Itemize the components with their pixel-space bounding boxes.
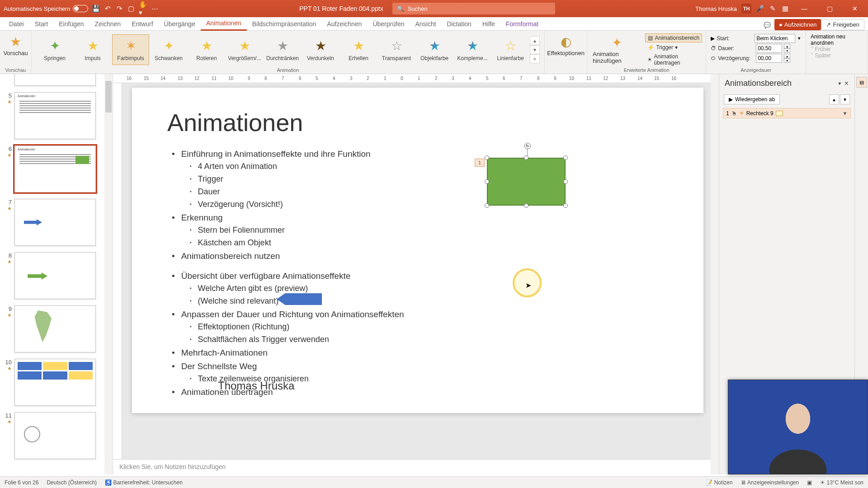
display-settings[interactable]: 🖥 Anzeigeeinstellungen: [741, 479, 799, 486]
save-icon[interactable]: 💾: [92, 5, 100, 13]
undo-icon[interactable]: ↶: [104, 5, 112, 13]
sel-handle[interactable]: [524, 155, 528, 160]
animation-painter-button[interactable]: ✶ Animation übertragen: [645, 52, 702, 67]
duration-spinner[interactable]: ▲▼: [784, 44, 790, 53]
slide-thumbnails[interactable]: 5★Animationen 6★Animationen 7★ 8★ 9★ 10★…: [0, 74, 113, 474]
preview-button[interactable]: ★ Vorschau: [1, 33, 29, 58]
timeline-bar[interactable]: [776, 111, 783, 116]
tab-uebergaenge[interactable]: Übergänge: [159, 18, 201, 30]
anim-pane-dropdown-icon[interactable]: ▾: [838, 80, 841, 87]
tab-entwurf[interactable]: Entwurf: [126, 18, 158, 30]
sel-handle[interactable]: [563, 155, 568, 160]
close-button[interactable]: ✕: [844, 0, 865, 17]
delay-spinner[interactable]: ▲▼: [784, 54, 790, 63]
slide-author[interactable]: Thomas Hruska: [218, 380, 294, 392]
effect-erhellen[interactable]: ★Erhellen: [340, 34, 377, 65]
anim-up-button[interactable]: ▲: [829, 94, 839, 104]
sel-handle[interactable]: [485, 179, 489, 184]
user-name[interactable]: Thomas Hruska: [695, 5, 737, 12]
trigger-button[interactable]: ⚡ Trigger ▾: [645, 43, 702, 52]
effect-verdunkeln[interactable]: ★Verdunkeln: [302, 34, 339, 65]
effect-springen[interactable]: ✦Springen: [36, 34, 73, 65]
qat-more-icon[interactable]: ⋯: [151, 5, 159, 13]
sel-handle[interactable]: [485, 203, 489, 208]
animation-tag[interactable]: 1: [475, 159, 485, 167]
tab-start[interactable]: Start: [29, 18, 54, 30]
play-from-button[interactable]: ▶ Wiedergeben ab: [724, 94, 780, 104]
language-status[interactable]: Deutsch (Österreich): [47, 479, 97, 486]
sel-handle[interactable]: [563, 203, 568, 208]
thumb-10[interactable]: [14, 359, 96, 406]
thumb-9[interactable]: [14, 305, 96, 352]
toolstrip-btn[interactable]: ▤: [856, 77, 867, 88]
sel-handle[interactable]: [485, 155, 489, 160]
effect-linienfarbe[interactable]: ☆Linienfarbe: [492, 34, 529, 65]
effect-vergroessern[interactable]: ★Vergrößern/...: [226, 34, 263, 65]
effect-rotieren[interactable]: ★Rotieren: [188, 34, 225, 65]
filename[interactable]: PPT 01 Roter Faden 004.pptx: [299, 5, 383, 12]
redo-icon[interactable]: ↷: [115, 5, 123, 13]
blue-arrow-shape[interactable]: [277, 293, 322, 305]
thumb-11[interactable]: [14, 412, 96, 459]
tab-ansicht[interactable]: Ansicht: [410, 18, 441, 30]
animation-gallery[interactable]: ✦Springen ★Impuls ✶Farbimpuls ✦Schwanken…: [35, 33, 541, 67]
gallery-down-icon[interactable]: ▼: [530, 45, 540, 54]
record-button[interactable]: ● Aufzeichnen: [774, 19, 821, 30]
anim-pane-close-icon[interactable]: ✕: [844, 80, 849, 87]
thumb-6[interactable]: Animationen: [14, 145, 96, 192]
effect-impuls[interactable]: ★Impuls: [74, 34, 111, 65]
autosave-toggle[interactable]: [73, 5, 88, 12]
thumb-7[interactable]: [14, 199, 96, 246]
add-animation-button[interactable]: ✦ Animation hinzufügen: [591, 33, 642, 66]
editor-scrollbar[interactable]: [711, 74, 719, 474]
duration-input[interactable]: [756, 44, 782, 53]
weather-widget[interactable]: ☀ 13°C Meist son: [820, 479, 863, 486]
tab-einfuegen[interactable]: Einfügen: [53, 18, 89, 30]
tab-bildschirm[interactable]: Bildschirmpräsentation: [247, 18, 322, 30]
slide-title[interactable]: Animationen: [132, 88, 703, 136]
minimize-button[interactable]: —: [794, 0, 815, 17]
anim-entry-1[interactable]: 1 🖱 ✶ Rechteck 9 ▼: [723, 108, 851, 118]
touch-icon[interactable]: ✋▾: [139, 5, 147, 13]
slide-body[interactable]: Einführung in Animationseffekte und ihre…: [132, 136, 703, 399]
present-icon[interactable]: ▢: [127, 5, 135, 13]
gallery-up-icon[interactable]: ▲: [530, 36, 540, 45]
delay-input[interactable]: [756, 54, 782, 63]
thumb-partial[interactable]: [14, 74, 96, 86]
gallery-more-icon[interactable]: ≡: [530, 54, 540, 63]
tab-formformat[interactable]: Formformat: [500, 18, 544, 30]
effect-farbimpuls[interactable]: ✶Farbimpuls: [112, 34, 149, 65]
tab-hilfe[interactable]: Hilfe: [477, 18, 500, 30]
anim-down-button[interactable]: ▼: [840, 94, 850, 104]
slide-canvas[interactable]: Animationen Einführung in Animationseffe…: [132, 88, 703, 413]
share-button[interactable]: ↗ Freigeben: [821, 19, 864, 30]
thumb-5[interactable]: Animationen: [14, 92, 96, 139]
accessibility-status[interactable]: ♿ Barrierefreiheit: Untersuchen: [105, 479, 183, 486]
user-avatar[interactable]: TH: [741, 4, 751, 14]
effect-options-button[interactable]: ◐ Effektoptionen: [545, 33, 586, 58]
notes-pane[interactable]: Klicken Sie, um Notizen hinzuzufügen: [113, 459, 711, 474]
effect-transparent[interactable]: ☆Transparent: [378, 34, 415, 65]
effect-kompleme[interactable]: ★Kompleme...: [454, 34, 491, 65]
draw-icon[interactable]: ✎: [769, 5, 777, 13]
start-select[interactable]: [755, 34, 795, 43]
sel-handle[interactable]: [524, 203, 528, 208]
gallery-scroll[interactable]: ▲ ▼ ≡: [530, 34, 540, 65]
green-rectangle-shape[interactable]: [487, 158, 566, 206]
notes-toggle[interactable]: 📝 Notizen: [706, 479, 732, 486]
thumb-scrollbar[interactable]: [104, 74, 113, 474]
search-box[interactable]: 🔍 Suchen: [392, 3, 555, 14]
tab-aufzeichnen[interactable]: Aufzeichnen: [321, 18, 367, 30]
tab-datei[interactable]: Datei: [4, 18, 29, 30]
effect-objektfarbe[interactable]: ★Objektfarbe: [416, 34, 453, 65]
effect-durchtraenken[interactable]: ★Durchtränken: [264, 34, 301, 65]
slide-counter[interactable]: Folie 6 von 26: [5, 479, 38, 486]
rotate-handle[interactable]: ↻: [524, 143, 531, 149]
anim-entry-dropdown-icon[interactable]: ▼: [842, 110, 848, 117]
tab-dictation[interactable]: Dictation: [441, 18, 476, 30]
view-normal-icon[interactable]: ▣: [807, 479, 812, 486]
comments-button[interactable]: 💬: [760, 20, 774, 30]
tab-animationen[interactable]: Animationen: [201, 17, 247, 31]
sel-handle[interactable]: [563, 179, 568, 184]
tab-zeichnen[interactable]: Zeichnen: [90, 18, 127, 30]
